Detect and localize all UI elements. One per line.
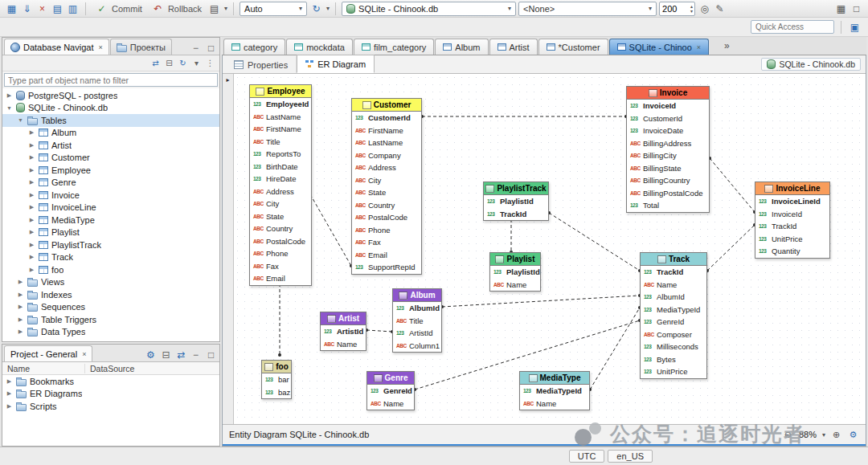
entity-column[interactable]: 123BirthDate — [250, 161, 311, 173]
expand-arrow-icon[interactable]: ▶ — [6, 378, 13, 385]
entity-column[interactable]: 123CustomerId — [627, 112, 709, 125]
tree-item-postgresql-postgres[interactable]: ▶PostgreSQL - postgres — [2, 89, 219, 102]
entity-column[interactable]: 123bar — [262, 373, 291, 386]
editor-db-breadcrumb[interactable]: SQLite - Chinook.db — [761, 58, 861, 71]
expand-arrow-icon[interactable]: ▶ — [28, 217, 35, 223]
tree-item-invoiceline[interactable]: ▶InvoiceLine — [2, 202, 219, 214]
entity-column[interactable]: ABCTitle — [250, 136, 311, 149]
entity-track[interactable]: Track123TrackIdABCName123AlbumId123Media… — [640, 252, 707, 379]
entity-column[interactable]: ABCPhone — [250, 247, 311, 260]
expand-arrow-icon[interactable]: ▶ — [17, 328, 24, 335]
entity-column[interactable]: ABCState — [352, 186, 421, 199]
project-item-scripts[interactable]: ▶Scripts — [2, 400, 219, 413]
expand-arrow-icon[interactable]: ▶ — [28, 129, 35, 136]
entity-column[interactable]: ABCFax — [352, 236, 421, 249]
entity-column[interactable]: 123TrackId — [641, 266, 706, 279]
entity-column[interactable]: ABCBillingAddress — [627, 137, 709, 150]
entity-column[interactable]: 123ArtistId — [393, 327, 441, 340]
entity-column[interactable]: 123PlaylistId — [490, 266, 540, 279]
tree-item-genre[interactable]: ▶Genre — [2, 177, 219, 190]
entity-album[interactable]: Album123AlbumIdABCTitle123ArtistIdABCCol… — [392, 288, 442, 353]
entity-column[interactable]: 123PlaylistId — [484, 195, 548, 208]
entity-column[interactable]: ABCBillingPostalCode — [627, 187, 709, 200]
expand-arrow-icon[interactable]: ▶ — [28, 254, 35, 260]
expand-arrow-icon[interactable]: ▼ — [17, 117, 24, 123]
entity-column[interactable]: 123ArtistId — [321, 325, 366, 338]
collapse-all-icon[interactable]: ⊟ — [163, 57, 175, 69]
tree-item-table-triggers[interactable]: ▶Table Triggers — [2, 313, 219, 326]
entity-column[interactable]: 123baz — [262, 386, 291, 399]
entity-column[interactable]: 123InvoiceId — [627, 100, 709, 112]
entity-column[interactable]: ABCEmail — [352, 249, 421, 262]
locale-cell[interactable]: en_US — [608, 450, 653, 463]
entity-column[interactable]: ABCCompany — [352, 149, 421, 162]
transaction-mode-select[interactable]: Auto ▾ — [240, 2, 307, 16]
zoom-level[interactable]: 88% — [799, 430, 817, 439]
maximize-icon[interactable]: □ — [204, 348, 218, 361]
expand-arrow-icon[interactable]: ▶ — [28, 204, 35, 210]
expand-arrow-icon[interactable]: ▶ — [17, 316, 24, 323]
expand-arrow-icon[interactable]: ▶ — [28, 154, 35, 161]
project-item-er-diagrams[interactable]: ▶ER Diagrams — [2, 388, 219, 401]
expand-arrow-icon[interactable]: ▶ — [6, 92, 13, 99]
expand-arrow-icon[interactable]: ▶ — [17, 304, 24, 310]
settings-icon[interactable]: ⚙ — [144, 348, 158, 361]
tree-item-artist[interactable]: ▶Artist — [2, 139, 219, 152]
entity-column[interactable]: ABCBillingState — [627, 162, 709, 175]
window-layout-icon[interactable]: □ — [850, 2, 863, 15]
collapse-all-icon[interactable]: ⊟ — [159, 348, 173, 361]
entity-column[interactable]: ABCPostalCode — [352, 211, 421, 224]
tree-item-mediatype[interactable]: ▶MediaType — [2, 214, 219, 226]
connect-icon[interactable]: ⇓ — [20, 2, 34, 15]
entity-invoice[interactable]: Invoice123InvoiceId123CustomerId123Invoi… — [626, 86, 710, 213]
entity-column[interactable]: 123Bytes — [641, 353, 706, 366]
tree-item-sequences[interactable]: ▶Sequences — [2, 301, 219, 314]
link-with-editor-icon[interactable]: ⇄ — [149, 57, 162, 69]
fetch-size-input[interactable] — [660, 4, 690, 14]
expand-arrow-icon[interactable]: ▶ — [6, 403, 13, 410]
entity-column[interactable]: ABCCity — [352, 174, 421, 187]
entity-foo[interactable]: foo123bar123baz — [261, 360, 292, 399]
entity-column[interactable]: ABCPhone — [352, 224, 421, 237]
expand-arrow-icon[interactable]: ▶ — [6, 390, 13, 397]
tab-database-navigator[interactable]: Database Navigat × — [4, 39, 109, 55]
close-icon[interactable]: × — [82, 350, 86, 358]
transaction-log-icon[interactable]: ▤ — [207, 2, 221, 15]
new-sql-editor-icon[interactable]: ▥ — [66, 2, 80, 15]
entity-playlist[interactable]: Playlist123PlaylistIdABCName — [489, 252, 541, 292]
entity-column[interactable]: ABCCountry — [250, 222, 311, 235]
entity-column[interactable]: 123InvoiceId — [755, 208, 829, 221]
entity-column[interactable]: ABCName — [520, 398, 589, 410]
object-filter-input[interactable] — [4, 73, 218, 87]
tree-item-data-types[interactable]: ▶Data Types — [2, 326, 219, 339]
entity-column[interactable]: 123UnitPrice — [641, 365, 706, 378]
entity-column[interactable]: 123Total — [627, 199, 709, 212]
expand-arrow-icon[interactable]: ▶ — [28, 229, 35, 235]
commit-button[interactable]: ✓ Commit — [92, 0, 145, 17]
tree-item-foo[interactable]: ▶foo — [2, 263, 219, 276]
entity-column[interactable]: ABCState — [250, 210, 311, 223]
view-menu-icon[interactable]: ⋮ — [204, 57, 216, 69]
minimize-icon[interactable]: − — [189, 348, 203, 361]
close-icon[interactable]: × — [697, 43, 701, 51]
entity-column[interactable]: ABCCountry — [352, 199, 421, 212]
editor-tab-sqlite-chinoo[interactable]: SQLite - Chinoo× — [609, 39, 710, 55]
entity-column[interactable]: ABCEmail — [250, 272, 311, 285]
open-perspective-icon[interactable]: ▦ — [834, 2, 848, 15]
entity-column[interactable]: 123ReportsTo — [250, 148, 311, 161]
refresh-tree-icon[interactable]: ↻ — [177, 57, 189, 69]
tab-properties[interactable]: Properties — [226, 56, 297, 73]
tree-item-employee[interactable]: ▶Employee — [2, 164, 219, 177]
entity-column[interactable]: 123UnitPrice — [755, 233, 829, 246]
expand-arrow-icon[interactable]: ▶ — [17, 279, 24, 285]
editor-tab-category[interactable]: category — [223, 39, 285, 55]
zoom-in-icon[interactable]: ⊕ — [830, 429, 842, 441]
entity-artist[interactable]: Artist123ArtistIdABCName — [320, 312, 366, 351]
entity-playlisttrack[interactable]: PlaylistTrack123PlaylistId123TrackId — [483, 182, 549, 221]
entity-column[interactable]: ABCFirstName — [352, 124, 421, 137]
expand-arrow-icon[interactable]: ▼ — [6, 105, 13, 111]
erd-canvas[interactable]: Employee123EmployeeIdABCLastNameABCFirst… — [234, 74, 866, 424]
schema-select[interactable]: <None> ▾ — [518, 2, 657, 16]
tree-item-track[interactable]: ▶Track — [2, 251, 219, 264]
close-icon[interactable]: × — [98, 43, 102, 51]
